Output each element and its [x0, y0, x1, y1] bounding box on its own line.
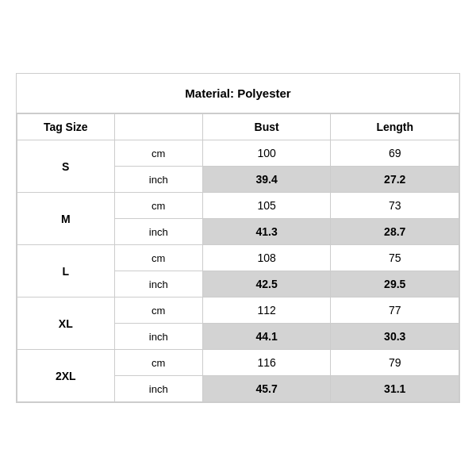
- header-unit: [114, 114, 202, 140]
- table-row: Mcm10573: [17, 193, 459, 219]
- bust-inch: 39.4: [202, 167, 331, 193]
- bust-cm: 108: [202, 245, 331, 271]
- table-row: Lcm10875: [17, 245, 459, 271]
- length-inch: 27.2: [331, 167, 459, 193]
- size-label: L: [17, 245, 115, 298]
- size-label: XL: [17, 298, 115, 350]
- unit-cm: cm: [114, 298, 202, 324]
- table-row: Scm10069: [17, 140, 459, 167]
- header-bust: Bust: [202, 114, 331, 140]
- table-row: XLcm11277: [17, 298, 459, 324]
- size-chart-container: Material: Polyester Tag Size Bust Length…: [16, 73, 460, 403]
- unit-inch: inch: [114, 271, 202, 298]
- length-inch: 29.5: [331, 271, 459, 298]
- unit-inch: inch: [114, 167, 202, 193]
- unit-cm: cm: [114, 245, 202, 271]
- length-cm: 79: [331, 350, 459, 376]
- bust-cm: 100: [202, 140, 331, 167]
- length-cm: 69: [331, 140, 459, 167]
- length-inch: 31.1: [331, 376, 459, 402]
- length-inch: 30.3: [331, 324, 459, 350]
- unit-cm: cm: [114, 350, 202, 376]
- bust-inch: 41.3: [202, 219, 331, 245]
- size-label: M: [17, 193, 115, 245]
- header-row: Tag Size Bust Length: [17, 114, 459, 140]
- length-cm: 73: [331, 193, 459, 219]
- chart-title: Material: Polyester: [17, 74, 459, 113]
- size-label: S: [17, 140, 115, 193]
- header-tag-size: Tag Size: [17, 114, 115, 140]
- unit-cm: cm: [114, 140, 202, 167]
- unit-inch: inch: [114, 376, 202, 402]
- header-length: Length: [331, 114, 459, 140]
- unit-inch: inch: [114, 219, 202, 245]
- length-cm: 75: [331, 245, 459, 271]
- bust-cm: 112: [202, 298, 331, 324]
- table-row: 2XLcm11679: [17, 350, 459, 376]
- bust-inch: 42.5: [202, 271, 331, 298]
- bust-cm: 116: [202, 350, 331, 376]
- unit-cm: cm: [114, 193, 202, 219]
- length-inch: 28.7: [331, 219, 459, 245]
- bust-inch: 44.1: [202, 324, 331, 350]
- size-label: 2XL: [17, 350, 115, 402]
- bust-cm: 105: [202, 193, 331, 219]
- length-cm: 77: [331, 298, 459, 324]
- size-table: Tag Size Bust Length Scm10069inch39.427.…: [17, 113, 459, 402]
- bust-inch: 45.7: [202, 376, 331, 402]
- unit-inch: inch: [114, 324, 202, 350]
